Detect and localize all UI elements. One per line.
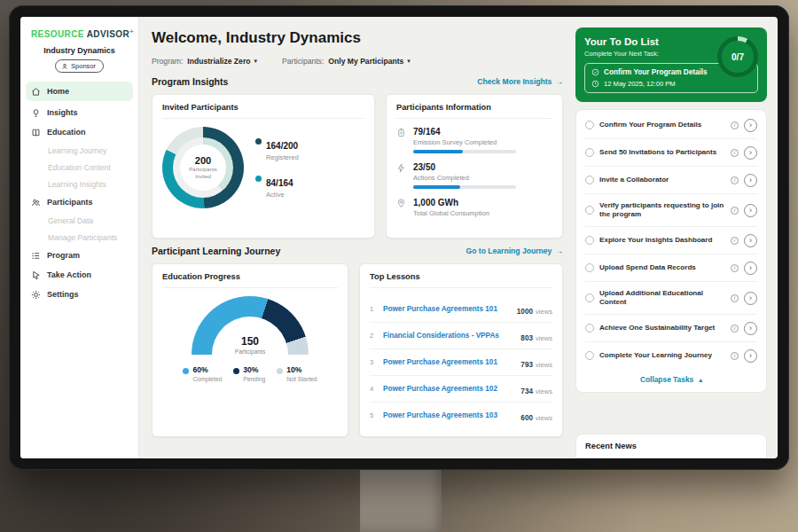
task-row-confirm-program[interactable]: Confirm Your Program Details i › (585, 112, 757, 139)
chevron-right-icon[interactable]: › (744, 292, 757, 305)
task-checkbox[interactable] (585, 351, 594, 360)
people-icon (31, 198, 41, 207)
program-insights-header: Program Insights Check More Insights → (152, 76, 563, 87)
app-logo: RESOURCE ADVISOR+ (20, 26, 138, 44)
legend-dot (233, 368, 239, 374)
sidebar-item-participants[interactable]: Participants (20, 192, 138, 212)
task-checkbox[interactable] (585, 176, 594, 184)
task-label: Upload Additional Educational Content (599, 289, 725, 308)
task-checkbox[interactable] (585, 263, 594, 272)
lesson-link[interactable]: Power Purchase Agreements 101 (383, 358, 514, 366)
legend-pending: 30% Pending (233, 365, 265, 382)
task-list-card: Confirm Your Program Details i › Send 50… (575, 109, 767, 393)
sidebar-item-general-data[interactable]: General Data (20, 212, 138, 229)
section-title: Participant Learning Journey (152, 246, 280, 256)
chevron-right-icon[interactable]: › (744, 262, 757, 275)
lesson-row: 4 Power Purchase Agreements 102 734views (370, 376, 552, 403)
program-select[interactable]: Program: Industrialize Zero ▾ (152, 57, 257, 66)
logo-text-primary: RESOURCE (31, 29, 84, 39)
task-row-invite-collaborator[interactable]: Invite a Collaborator i › (585, 167, 757, 194)
stat-value: 79/164 (413, 127, 516, 137)
card-title: Invited Participants (162, 103, 364, 119)
task-label: Upload Spend Data Records (599, 263, 725, 273)
task-checkbox[interactable] (585, 236, 594, 245)
legend-dot (255, 138, 262, 145)
todo-progress-ring: 0/7 (717, 36, 758, 77)
legend-dot (255, 176, 262, 182)
lesson-link[interactable]: Power Purchase Agreements 101 (383, 305, 511, 313)
sidebar-item-learning-journey[interactable]: Learning Journey (20, 142, 138, 159)
task-checkbox[interactable] (585, 206, 594, 215)
stat-label: Total Global Consumption (413, 209, 489, 217)
sidebar-item-settings[interactable]: Settings (20, 285, 138, 304)
lesson-row: 3 Power Purchase Agreements 101 793views (370, 349, 552, 376)
task-checkbox[interactable] (585, 293, 594, 302)
recent-news-header[interactable]: Recent News (575, 434, 767, 458)
task-row-complete-learning-journey[interactable]: Complete Your Learning Journey i › (585, 342, 757, 369)
collapse-tasks-link[interactable]: Collapse Tasks ▴ (585, 369, 757, 388)
sidebar-item-education-content[interactable]: Education Content (20, 159, 138, 176)
lesson-views-word: views (536, 361, 552, 369)
participants-select[interactable]: Participants: Only My Participants ▾ (282, 57, 411, 66)
card-title: Participants Information (396, 103, 552, 119)
sidebar-item-take-action[interactable]: Take Action (20, 265, 138, 285)
go-to-learning-journey-link[interactable]: Go to Learning Journey → (466, 246, 563, 255)
arrow-right-icon: → (555, 77, 563, 86)
chevron-right-icon[interactable]: › (744, 349, 757, 363)
chevron-right-icon[interactable]: › (744, 146, 757, 160)
info-icon: i (731, 325, 739, 332)
book-icon (31, 128, 41, 137)
list-icon (31, 251, 41, 261)
todo-summary-card: Your To Do List Complete Your Next Task:… (575, 27, 767, 102)
sidebar-item-label: Education (47, 128, 86, 137)
logo-text-secondary: ADVISOR (87, 29, 129, 39)
legend-not-started: 10% Not Started (277, 365, 317, 382)
collapse-label: Collapse Tasks (640, 375, 693, 384)
next-task-due: 12 May 2025, 12:00 PM (604, 80, 676, 88)
legend-value: 60% (192, 365, 207, 374)
survey-icon (396, 128, 406, 137)
task-row-upload-educational-content[interactable]: Upload Additional Educational Content i … (585, 282, 757, 315)
sidebar-item-label: Take Action (47, 270, 91, 279)
task-row-upload-spend-data[interactable]: Upload Spend Data Records i › (585, 254, 757, 282)
info-icon: i (731, 352, 739, 360)
legend-active: 84/164 Active (255, 174, 299, 199)
sidebar-item-program[interactable]: Program (20, 246, 138, 265)
donut-center-value: 200 (195, 155, 211, 166)
chevron-right-icon[interactable]: › (744, 322, 757, 335)
lesson-link[interactable]: Power Purchase Agreements 102 (383, 385, 514, 393)
chevron-right-icon[interactable]: › (744, 119, 757, 132)
sidebar-item-learning-insights[interactable]: Learning Insights (20, 176, 138, 192)
task-row-achieve-sustainability-target[interactable]: Achieve One Sustainability Target i › (585, 315, 757, 342)
task-checkbox[interactable] (585, 324, 594, 332)
info-icon: i (731, 294, 739, 302)
lesson-row: 1 Power Purchase Agreements 101 1000view… (370, 296, 552, 323)
info-icon: i (731, 207, 739, 215)
task-checkbox[interactable] (585, 148, 594, 157)
legend-value: 10% (286, 365, 301, 374)
task-row-explore-insights[interactable]: Explore Your Insights Dashboard i › (585, 227, 757, 254)
lesson-link[interactable]: Power Purchase Agreements 103 (383, 411, 514, 419)
sidebar-item-label: Insights (47, 108, 78, 117)
section-title: Program Insights (152, 76, 228, 87)
gear-icon (31, 290, 41, 300)
check-more-insights-link[interactable]: Check More Insights → (477, 77, 563, 86)
info-icon: i (731, 121, 739, 129)
learning-cards-row: Education Progress 150 Participants 60% … (152, 263, 563, 437)
lesson-link[interactable]: Financial Considerations - VPPAs (383, 332, 514, 340)
info-icon: i (731, 149, 739, 157)
task-checkbox[interactable] (585, 121, 594, 129)
task-row-send-invitations[interactable]: Send 50 Invitations to Participants i › (585, 139, 757, 167)
sidebar-item-home[interactable]: Home (26, 82, 133, 101)
chevron-right-icon[interactable]: › (744, 204, 757, 217)
legend-label: Completed (192, 376, 222, 382)
top-lessons-card: Top Lessons 1 Power Purchase Agreements … (359, 263, 563, 437)
dashboard-screen: RESOURCE ADVISOR+ Industry Dynamics Spon… (20, 17, 778, 458)
task-row-verify-participants[interactable]: Verify participants requesting to join t… (585, 194, 757, 227)
sidebar-item-insights[interactable]: Insights (20, 103, 138, 122)
sidebar-item-education[interactable]: Education (20, 122, 138, 142)
sidebar-item-manage-participants[interactable]: Manage Participants (20, 229, 138, 246)
chevron-right-icon[interactable]: › (744, 174, 757, 187)
chevron-right-icon[interactable]: › (744, 234, 757, 247)
sidebar-item-label: Program (47, 251, 80, 260)
